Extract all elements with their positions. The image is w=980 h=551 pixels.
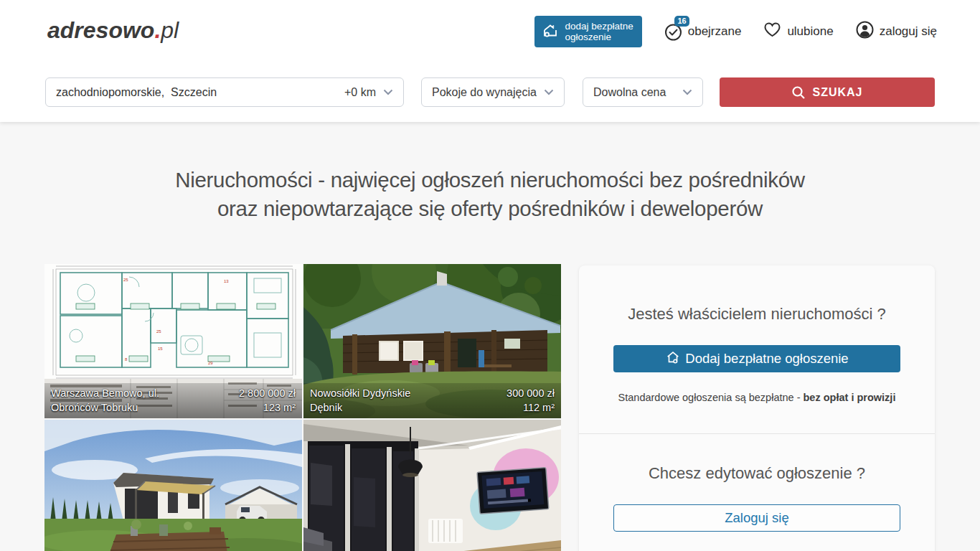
owner-title: Jesteś właścicielem nieruchomości ? <box>579 265 935 324</box>
edit-section: Chcesz edytować ogłoszenie ? Zaloguj się… <box>579 434 935 551</box>
search-button-label: SZUKAJ <box>812 86 862 99</box>
sidebar-panel: Jesteś właścicielem nieruchomości ? Doda… <box>579 265 935 551</box>
viewed-link[interactable]: 16 obejrzane <box>664 22 742 42</box>
sidebar-add-listing-label: Dodaj bezpłatne ogłoszenie <box>685 351 848 367</box>
radius-select[interactable]: +0 km <box>344 86 403 99</box>
logo-tld: pl <box>161 17 179 43</box>
viewed-badge: 16 <box>674 16 689 27</box>
location-input[interactable] <box>46 86 344 99</box>
svg-text:29: 29 <box>208 361 213 365</box>
svg-text:13: 13 <box>224 279 229 283</box>
search-button[interactable]: SZUKAJ <box>720 77 935 107</box>
search-icon <box>791 85 806 100</box>
user-circle-icon <box>855 20 875 43</box>
listing-photo-white-bungalow <box>44 420 302 551</box>
logo-dot: . <box>154 17 161 43</box>
site-logo[interactable]: adresowo.pl <box>47 17 179 44</box>
favorites-link[interactable]: ulubione <box>763 20 833 43</box>
listing-price: 300 000 zł <box>507 386 555 400</box>
listing-location-2: Dębnik <box>310 400 342 415</box>
login-label: zaloguj się <box>880 24 937 39</box>
listing-location: Warszawa Bemowo, ul. <box>51 386 159 400</box>
owner-section: Jesteś właścicielem nieruchomości ? Doda… <box>579 265 935 403</box>
listing-area: 123 m² <box>263 400 296 415</box>
search-bar: +0 km Pokoje do wynajęcia Dowolna cena S… <box>45 77 935 107</box>
site-header: adresowo.pl dodaj bezpłatne ogłoszenie <box>0 0 980 122</box>
svg-text:25: 25 <box>123 278 128 282</box>
login-link[interactable]: zaloguj się <box>855 20 937 43</box>
heart-icon <box>763 20 782 43</box>
location-field: +0 km <box>45 77 404 107</box>
chevron-down-icon <box>682 89 692 95</box>
chevron-down-icon <box>383 89 393 95</box>
edit-title: Chcesz edytować ogłoszenie ? <box>579 434 935 483</box>
house-plus-icon <box>665 349 681 369</box>
page-title: Nieruchomości - najwięcej ogłoszeń nieru… <box>0 166 980 223</box>
listing-caption: Warszawa Bemowo, ul. 2 800 000 zł Obrońc… <box>44 383 302 418</box>
sidebar-login-label: Zaloguj się <box>725 510 788 526</box>
radius-value: +0 km <box>344 86 376 99</box>
house-plus-icon <box>542 22 559 42</box>
price-select[interactable]: Dowolna cena <box>583 77 703 107</box>
price-value: Dowolna cena <box>593 86 666 99</box>
listing-price: 2 800 000 zł <box>239 386 296 400</box>
add-listing-button[interactable]: dodaj bezpłatne ogłoszenie <box>534 16 641 47</box>
listing-location-2: Obrońców Tobruku <box>51 400 138 415</box>
listing-card[interactable]: Nowosiółki Dydyńskie 300 000 zł Dębnik 1… <box>303 264 561 418</box>
listing-card[interactable]: Gdańsk Śródmieście, ul. 549 000 zł <box>303 420 561 551</box>
listing-photo-night-interior <box>303 420 561 551</box>
listing-card[interactable]: 251325 15298 Warszawa Bemowo, ul. 2 800 … <box>44 264 302 418</box>
check-circle-icon: 16 <box>664 22 683 42</box>
viewed-label: obejrzane <box>688 24 742 39</box>
add-listing-label: dodaj bezpłatne ogłoszenie <box>565 21 633 42</box>
header-actions: dodaj bezpłatne ogłoszenie 16 obejrzane … <box>534 16 937 47</box>
listing-area: 112 m² <box>523 400 555 415</box>
listing-card[interactable]: Dębnica, ul. Ojca Andrzeja 825 000 zł <box>44 420 302 551</box>
listings-grid: 251325 15298 Warszawa Bemowo, ul. 2 800 … <box>44 264 562 551</box>
chevron-down-icon <box>544 89 554 95</box>
sidebar-add-listing-button[interactable]: Dodaj bezpłatne ogłoszenie <box>613 345 900 372</box>
sidebar-login-button[interactable]: Zaloguj się <box>613 504 900 532</box>
favorites-label: ulubione <box>787 24 833 39</box>
svg-text:25: 25 <box>156 329 161 334</box>
property-type-value: Pokoje do wynajęcia <box>432 86 537 99</box>
owner-note: Standardowe ogłoszenia są bezpłatne - be… <box>579 392 935 403</box>
svg-text:15: 15 <box>158 347 163 351</box>
listing-caption: Nowosiółki Dydyńskie 300 000 zł Dębnik 1… <box>303 383 561 418</box>
property-type-select[interactable]: Pokoje do wynajęcia <box>421 77 565 107</box>
logo-text: adresowo <box>47 17 154 43</box>
listing-location: Nowosiółki Dydyńskie <box>310 386 410 400</box>
